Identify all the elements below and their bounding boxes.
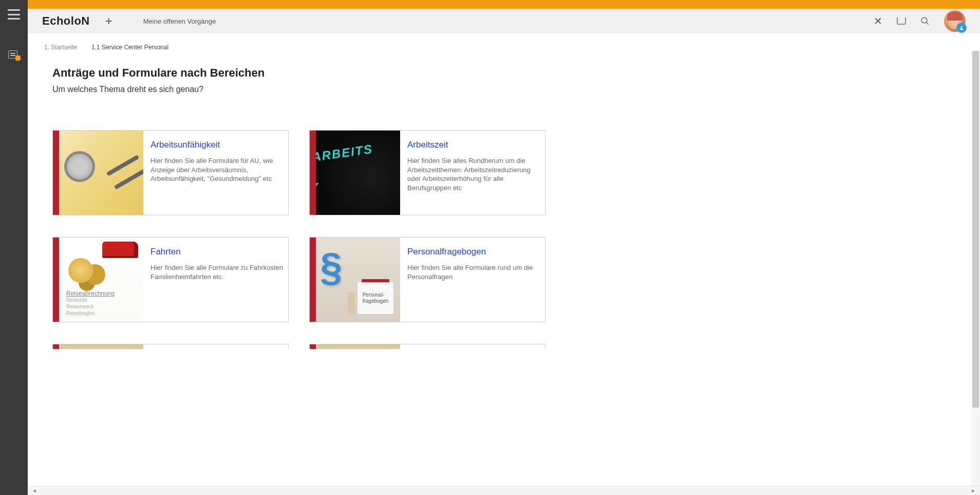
app-logo: EcholoN: [42, 14, 90, 28]
search-icon[interactable]: [920, 16, 930, 26]
horizontal-scrollbar[interactable]: ◄ ►: [28, 486, 980, 495]
svg-line-1: [926, 22, 929, 25]
card-stub[interactable]: [52, 344, 289, 349]
card-image-medical: [59, 131, 143, 215]
close-icon[interactable]: ✕: [874, 15, 882, 27]
card-fahrten[interactable]: Reiseziel Reisezweck Reisebeginn Fahrten…: [52, 237, 289, 322]
card-description: Hier finden Sie alles Rundherum um die A…: [407, 156, 540, 192]
card-accent: [53, 237, 59, 322]
svg-point-2: [960, 26, 962, 28]
travel-lines: Reiseziel Reisezweck Reisebeginn: [66, 297, 95, 317]
card-title: Fahrten: [150, 247, 283, 257]
folder-label: Personal- fragebogen: [357, 282, 394, 315]
breadcrumb-home[interactable]: 1. Startseite: [44, 44, 77, 51]
card-personalfragebogen[interactable]: Personal- fragebogen Personalfragebogen …: [309, 237, 545, 322]
spacebar-icon[interactable]: [897, 17, 906, 25]
page-title: Anträge und Formulare nach Bereichen: [52, 66, 804, 80]
main-area: EcholoN + Meine offenen Vorgänge ✕ 1. St: [28, 0, 980, 495]
add-button[interactable]: +: [105, 14, 112, 28]
card-title: Arbeitszeit: [407, 140, 540, 150]
card-arbeitszeit[interactable]: Arbeitszeit Hier finden Sie alles Rundhe…: [309, 130, 545, 215]
card-row-partial: [52, 344, 804, 349]
card-image-clock: [316, 131, 400, 215]
sidebar-item-documents[interactable]: [8, 50, 20, 60]
menu-toggle-icon[interactable]: [8, 9, 20, 20]
sidebar: [0, 0, 28, 495]
card-description: Hier finden Sie alle Formulare für AU, w…: [150, 156, 283, 184]
breadcrumb: 1. Startseite 1.1 Service Center Persona…: [28, 33, 980, 51]
card-image-personal: Personal- fragebogen: [316, 237, 400, 322]
card-accent: [310, 131, 316, 215]
scroll-left-icon[interactable]: ◄: [30, 488, 39, 493]
card-title: Personalfragebogen: [407, 247, 540, 257]
breadcrumb-current[interactable]: 1.1 Service Center Personal: [91, 44, 168, 51]
card-stub[interactable]: [309, 344, 545, 349]
user-avatar[interactable]: [944, 10, 966, 32]
vertical-scrollbar[interactable]: [971, 51, 980, 486]
scroll-right-icon[interactable]: ►: [969, 488, 978, 493]
page-subtitle: Um welches Thema dreht es sich genau?: [52, 85, 804, 94]
card-accent: [53, 131, 59, 215]
card-description: Hier finden Sie alle Formulare rund um d…: [407, 263, 540, 281]
notification-badge-icon: [15, 56, 21, 61]
brand-stripe: [28, 0, 980, 9]
card-grid: Arbeitsunfähigkeit Hier finden Sie alle …: [52, 130, 804, 322]
topbar-title[interactable]: Meine offenen Vorgänge: [143, 17, 216, 25]
topbar: EcholoN + Meine offenen Vorgänge ✕: [28, 9, 980, 33]
card-accent: [310, 237, 316, 322]
card-image-travel: Reiseziel Reisezweck Reisebeginn: [59, 237, 143, 322]
card-description: Hier finden Sie alle Formulare zu Fahrko…: [150, 263, 283, 281]
svg-point-0: [921, 17, 927, 23]
card-title: Arbeitsunfähigkeit: [150, 140, 283, 150]
content-scroll[interactable]: Anträge und Formulare nach Bereichen Um …: [28, 51, 980, 486]
user-status-badge-icon: [956, 23, 967, 33]
card-arbeitsunfaehigkeit[interactable]: Arbeitsunfähigkeit Hier finden Sie alle …: [52, 130, 289, 215]
